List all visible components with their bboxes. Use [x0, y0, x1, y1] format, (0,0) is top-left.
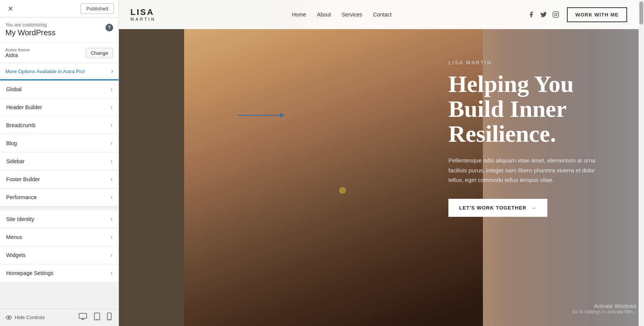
- footer-device-icons: [77, 312, 113, 323]
- sidebar-item-performance[interactable]: Performance ›: [0, 188, 119, 206]
- sidebar-item-blog[interactable]: Blog ›: [0, 134, 119, 152]
- active-theme-section: Active theme Astra Change: [0, 43, 119, 63]
- hero-subtitle: LISA MARTIN: [448, 60, 625, 66]
- chevron-right-icon: ›: [110, 122, 112, 129]
- hero-description: Pellentesque odio aliquam vitae amet, el…: [448, 156, 609, 185]
- scroll-track[interactable]: [639, 0, 644, 326]
- chevron-right-icon: ›: [110, 216, 112, 223]
- svg-point-6: [97, 319, 97, 319]
- chevron-right-icon: ›: [110, 86, 112, 93]
- eye-icon: [5, 314, 12, 321]
- close-button[interactable]: ✕: [5, 3, 16, 15]
- sidebar-item-menus[interactable]: Menus ›: [0, 228, 119, 246]
- customizing-label: You are customizing: [5, 22, 56, 28]
- arrow-line: [238, 115, 284, 116]
- hide-controls-toggle[interactable]: Hide Controls: [5, 314, 45, 321]
- tablet-view-button[interactable]: [92, 312, 102, 323]
- svg-point-1: [8, 316, 10, 318]
- site-nav-links: Home About Services Contact: [292, 11, 392, 18]
- social-icons: [528, 11, 559, 18]
- sidebar-item-widgets[interactable]: Widgets ›: [0, 246, 119, 264]
- change-theme-button[interactable]: Change: [86, 48, 113, 58]
- activate-windows-notice: Activate Windows Go to Settings to activ…: [572, 303, 636, 315]
- hero-content: LISA MARTIN Helping You Build Inner Resi…: [433, 29, 644, 326]
- chevron-right-icon: ›: [110, 158, 112, 165]
- sidebar-item-sidebar[interactable]: Sidebar ›: [0, 152, 119, 170]
- theme-name-label: Astra: [5, 52, 30, 58]
- published-button[interactable]: Published: [81, 3, 114, 14]
- sidebar-item-footer-builder[interactable]: Footer Builder ›: [0, 170, 119, 188]
- activate-windows-subtitle: Go to Settings to activate Win...: [572, 309, 636, 315]
- cursor-indicator: [339, 187, 346, 194]
- sidebar-item-breadcrumb[interactable]: Breadcrumb ›: [0, 116, 119, 134]
- facebook-icon: [528, 11, 535, 18]
- sidebar-item-site-identity[interactable]: Site Identity ›: [0, 210, 119, 228]
- instagram-icon: [552, 11, 559, 18]
- panel-scroll-area: You are customizing My WordPress ? Activ…: [0, 18, 119, 308]
- twitter-icon: [540, 11, 547, 18]
- cta-arrow-icon: →: [531, 205, 537, 211]
- site-logo: LISA MARTIN: [130, 8, 156, 21]
- site-name-label: My WordPress: [5, 28, 56, 37]
- logo-last: MARTIN: [130, 17, 156, 21]
- nav-link-home[interactable]: Home: [292, 11, 306, 18]
- panel-footer: Hide Controls: [0, 308, 119, 326]
- chevron-right-icon: ›: [110, 270, 112, 277]
- svg-point-10: [555, 13, 557, 16]
- chevron-right-icon: ›: [110, 104, 112, 111]
- arrow-annotation: [238, 115, 284, 116]
- site-navbar: LISA MARTIN Home About Services Contact: [119, 0, 639, 29]
- sidebar-item-global[interactable]: Global ›: [0, 80, 119, 98]
- nav-link-services[interactable]: Services: [342, 11, 362, 18]
- astra-pro-chevron-icon: ›: [111, 68, 113, 75]
- hero-title: Helping You Build Inner Resilience.: [448, 72, 625, 146]
- astra-pro-banner[interactable]: More Options Available in Astra Pro! ›: [0, 63, 119, 80]
- desktop-view-button[interactable]: [77, 312, 89, 323]
- svg-rect-2: [79, 313, 87, 318]
- cta-button[interactable]: LET'S WORK TOGETHER →: [448, 199, 547, 217]
- svg-point-8: [109, 319, 110, 319]
- menu-section-2: Site Identity › Menus › Widgets › Homepa…: [0, 210, 119, 282]
- help-icon[interactable]: ?: [105, 24, 113, 31]
- section-divider: [0, 206, 119, 210]
- site-nav-right: WORK WITH ME: [528, 7, 627, 22]
- sidebar-item-header-builder[interactable]: Header Builder ›: [0, 98, 119, 116]
- hide-controls-label: Hide Controls: [15, 315, 45, 320]
- mobile-view-button[interactable]: [105, 312, 113, 323]
- activate-windows-title: Activate Windows: [572, 303, 636, 309]
- nav-link-about[interactable]: About: [317, 11, 331, 18]
- customizing-info: You are customizing My WordPress ?: [0, 18, 119, 43]
- chevron-right-icon: ›: [110, 252, 112, 259]
- chevron-right-icon: ›: [110, 234, 112, 241]
- chevron-right-icon: ›: [110, 140, 112, 147]
- logo-first: LISA: [130, 8, 156, 17]
- chevron-right-icon: ›: [110, 176, 112, 183]
- svg-rect-9: [553, 12, 558, 18]
- nav-link-contact[interactable]: Contact: [373, 11, 392, 18]
- cta-label: LET'S WORK TOGETHER: [459, 205, 527, 211]
- preview-area: LISA MARTIN Home About Services Contact: [119, 0, 644, 326]
- svg-point-11: [557, 13, 558, 13]
- active-theme-label: Active theme: [5, 48, 30, 52]
- sidebar-item-homepage-settings[interactable]: Homepage Settings ›: [0, 264, 119, 282]
- menu-section-1: Global › Header Builder › Breadcrumb › B…: [0, 80, 119, 206]
- customizer-panel: ✕ Published You are customizing My WordP…: [0, 0, 119, 326]
- work-with-me-button[interactable]: WORK WITH ME: [567, 7, 627, 22]
- panel-header: ✕ Published: [0, 0, 119, 18]
- chevron-right-icon: ›: [110, 194, 112, 201]
- scroll-thumb: [639, 2, 643, 25]
- astra-pro-label: More Options Available in Astra Pro!: [5, 69, 85, 74]
